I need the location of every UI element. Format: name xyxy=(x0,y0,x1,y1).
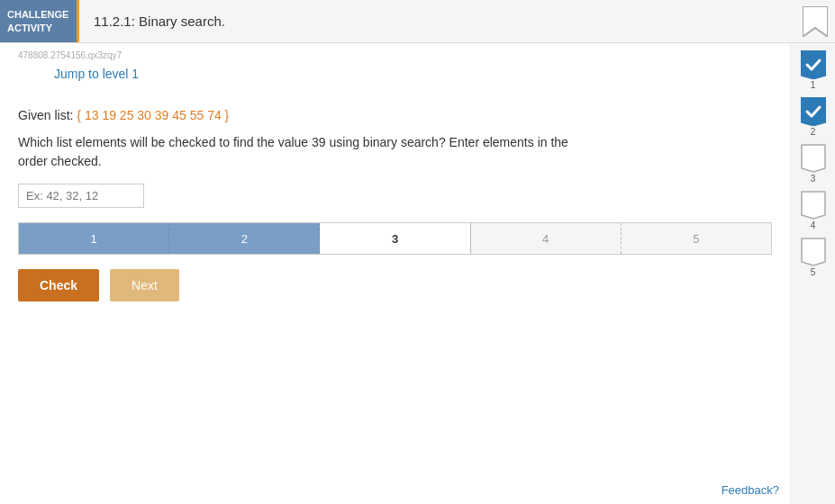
bookmark-icon[interactable] xyxy=(803,6,828,37)
given-list-label: Given list: xyxy=(18,108,77,122)
level-badge-3[interactable]: 3 xyxy=(801,144,826,184)
main-container: 478808.2754156.qx3zqy7 Jump to level 1 G… xyxy=(0,43,835,504)
feedback-link[interactable]: Feedback? xyxy=(722,483,779,497)
level-4-num: 4 xyxy=(811,220,816,230)
level-badge-1[interactable]: 1 xyxy=(801,50,826,90)
question-text: Which list elements will be checked to f… xyxy=(18,133,576,171)
level-4-icon xyxy=(801,191,826,220)
problem-section: Given list: { 13 19 25 30 39 45 55 74 } … xyxy=(18,108,772,208)
challenge-activity-label: CHALLENGE ACTIVITY xyxy=(0,0,79,42)
given-list: Given list: { 13 19 25 30 39 45 55 74 } xyxy=(18,108,772,122)
level-badge-2[interactable]: 2 xyxy=(801,97,826,137)
progress-segment-3[interactable]: 3 xyxy=(320,223,470,254)
level-badge-5[interactable]: 5 xyxy=(801,238,826,277)
list-values: { 13 19 25 30 39 45 55 74 } xyxy=(77,108,229,122)
level-2-icon xyxy=(801,97,826,126)
level-5-num: 5 xyxy=(811,267,816,277)
level-3-num: 3 xyxy=(811,174,816,184)
progress-segment-5[interactable]: 5 xyxy=(622,223,771,254)
buttons-row: Check Next xyxy=(18,269,772,302)
header: CHALLENGE ACTIVITY 11.2.1: Binary search… xyxy=(0,0,835,43)
svg-marker-0 xyxy=(803,6,828,37)
level-3-icon xyxy=(801,144,826,173)
jump-to-level-link[interactable]: Jump to level 1 xyxy=(54,67,139,81)
progress-segment-1[interactable]: 1 xyxy=(19,223,169,254)
right-sidebar: 1 2 3 xyxy=(790,43,835,504)
check-button[interactable]: Check xyxy=(18,269,99,302)
next-button[interactable]: Next xyxy=(110,269,179,302)
svg-marker-1 xyxy=(801,50,826,79)
svg-marker-2 xyxy=(801,97,826,126)
level-badge-4[interactable]: 4 xyxy=(801,191,826,230)
progress-segment-2[interactable]: 2 xyxy=(169,223,320,254)
level-5-icon xyxy=(801,238,826,266)
svg-marker-3 xyxy=(802,145,825,172)
level-1-icon xyxy=(801,50,826,79)
progress-bar: 1 2 3 4 5 xyxy=(18,222,772,255)
session-id: 478808.2754156.qx3zqy7 xyxy=(18,50,772,60)
svg-marker-5 xyxy=(802,238,825,266)
answer-input[interactable] xyxy=(18,184,144,208)
progress-segment-4[interactable]: 4 xyxy=(471,223,622,254)
content-area: 478808.2754156.qx3zqy7 Jump to level 1 G… xyxy=(0,43,790,504)
level-2-num: 2 xyxy=(811,127,816,137)
svg-marker-4 xyxy=(802,192,825,219)
level-1-num: 1 xyxy=(811,80,816,90)
header-title: 11.2.1: Binary search. xyxy=(79,14,240,29)
